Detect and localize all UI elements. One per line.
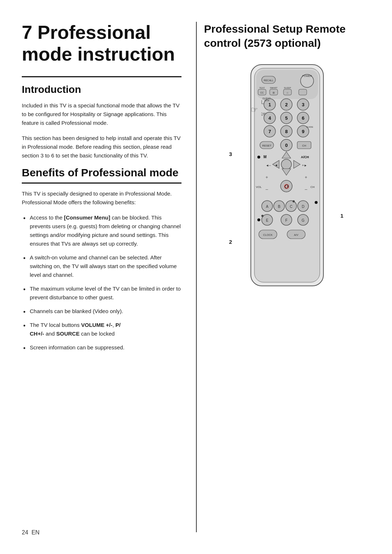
svg-text:M: M	[264, 155, 266, 159]
annotation-2: 2	[229, 239, 232, 245]
svg-text:TEXT: TEXT	[259, 87, 265, 89]
svg-text:4: 4	[268, 115, 271, 121]
svg-text:+►: +►	[302, 164, 307, 167]
svg-text:0: 0	[285, 143, 287, 148]
svg-text:CLOCK: CLOCK	[263, 233, 273, 237]
svg-point-77	[293, 200, 295, 202]
svg-text:RECALL: RECALL	[264, 79, 273, 82]
svg-text:VOL: VOL	[256, 185, 262, 189]
svg-point-78	[257, 218, 260, 221]
svg-text:8: 8	[285, 129, 287, 134]
list-item: Screen information can be suppressed.	[22, 343, 181, 352]
left-column: 7 Professional mode instruction Introduc…	[22, 22, 196, 532]
remote-wrapper: 3 2 1 POWER RECALL	[240, 61, 334, 295]
remote-container: 3 2 1 POWER RECALL	[204, 61, 370, 295]
list-item: The TV local buttons VOLUME +/-, P/CH+/-…	[22, 321, 181, 338]
svg-text:B: B	[278, 205, 281, 209]
svg-text:+: +	[265, 175, 268, 180]
source-label: SOURCE	[56, 331, 79, 337]
svg-text:+: +	[305, 175, 307, 180]
ch-label: CH+/-	[30, 331, 44, 337]
p-label: P/	[115, 322, 121, 328]
svg-text:F: F	[285, 218, 287, 222]
svg-text:D: D	[302, 205, 304, 209]
svg-text:GUIDE: GUIDE	[306, 126, 313, 128]
svg-text:7: 7	[268, 129, 271, 134]
svg-text:6: 6	[302, 115, 304, 121]
svg-text:1: 1	[269, 102, 271, 107]
right-column: Professional Setup Remote control (2573 …	[196, 22, 370, 532]
page-number: 24 EN	[22, 529, 40, 536]
svg-text:3: 3	[302, 102, 304, 107]
svg-point-58	[281, 159, 291, 169]
intro-heading: Introduction	[22, 84, 181, 95]
annotation-1: 1	[340, 213, 343, 219]
benefits-intro: This TV is specially designed to operate…	[22, 189, 181, 207]
svg-text:◄–: ◄–	[266, 164, 271, 167]
svg-text:◄: ◄	[275, 164, 278, 167]
svg-text:□: □	[287, 91, 288, 94]
svg-text:CC: CC	[260, 91, 264, 94]
volume-label: VOLUME +/-	[81, 322, 112, 328]
intro-divider	[22, 76, 181, 77]
annotation-3: 3	[229, 151, 232, 157]
list-item: Channels can be blanked (Video only).	[22, 307, 181, 316]
svg-text:☞: ☞	[251, 105, 258, 114]
svg-point-85	[261, 215, 264, 217]
svg-text:🔇: 🔇	[284, 184, 289, 189]
svg-text:C: C	[290, 205, 292, 209]
svg-text:CH: CH	[302, 144, 306, 147]
svg-rect-16	[299, 89, 307, 95]
page: 7 Professional mode instruction Introduc…	[0, 0, 392, 554]
intro-paragraph-2: This section has been designed to help i…	[22, 134, 181, 160]
list-item: A switch-on volume and channel can be se…	[22, 253, 181, 279]
svg-text:E: E	[266, 218, 269, 222]
svg-text:POWER: POWER	[302, 75, 312, 77]
intro-paragraph-1: Included in this TV is a special functio…	[22, 101, 181, 127]
svg-text:–: –	[266, 187, 268, 192]
svg-text:–: –	[305, 187, 307, 192]
svg-text:5: 5	[285, 115, 287, 121]
benefits-heading: Benefits of Professional mode	[22, 167, 181, 184]
svg-text:2: 2	[285, 102, 287, 107]
svg-text:9: 9	[302, 129, 304, 134]
svg-text:A/CH: A/CH	[301, 155, 309, 159]
list-item: The maximum volume level of the TV can b…	[22, 284, 181, 302]
svg-point-68	[315, 201, 318, 204]
consumer-menu-label: [Consumer Menu]	[64, 214, 110, 221]
main-title: 7 Professional mode instruction	[22, 22, 181, 65]
svg-text:⊞: ⊞	[273, 91, 275, 94]
svg-text:SMART: SMART	[270, 87, 278, 89]
svg-text:RESET: RESET	[262, 144, 271, 147]
remote-svg: POWER RECALL CC TEXT ⊞ SMART □ SLEEP	[240, 61, 334, 293]
list-item: Access to the [Consumer Menu] can be blo…	[22, 213, 181, 248]
svg-text:G: G	[302, 218, 305, 222]
svg-text:A/V: A/V	[294, 233, 298, 237]
svg-text:SLEEP: SLEEP	[284, 87, 291, 89]
svg-point-49	[257, 156, 260, 159]
svg-text:DCM: DCM	[264, 99, 269, 102]
right-title: Professional Setup Remote control (2573 …	[204, 22, 370, 50]
benefits-list: Access to the [Consumer Menu] can be blo…	[22, 213, 181, 352]
svg-text:A: A	[266, 205, 269, 209]
svg-text:CH: CH	[310, 185, 315, 189]
